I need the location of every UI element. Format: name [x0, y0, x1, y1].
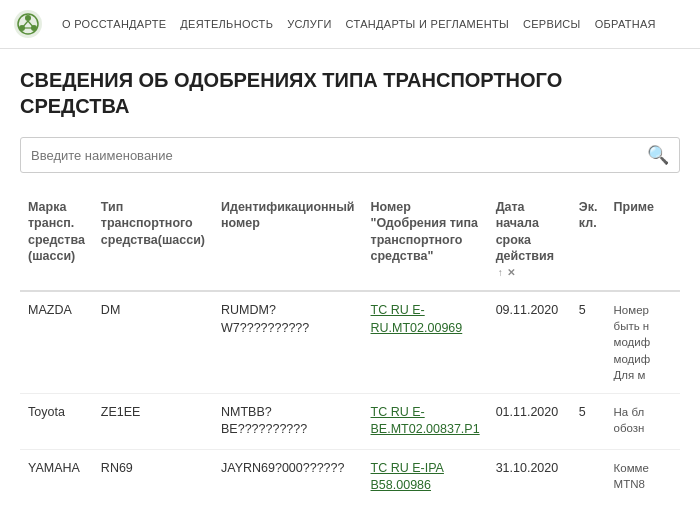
- cell-nomer: TC RU E-RU.MT02.00969: [363, 291, 488, 393]
- col-header-prim: Приме: [606, 193, 680, 291]
- col-header-marka: Марка трансп. средства (шасси): [20, 193, 93, 291]
- search-icon[interactable]: 🔍: [647, 144, 669, 166]
- page-content: СВЕДЕНИЯ ОБ ОДОБРЕНИЯХ ТИПА ТРАНСПОРТНОГ…: [0, 49, 700, 515]
- sort-arrow-icon[interactable]: ↑: [498, 267, 503, 278]
- cell-ek: 5: [571, 291, 606, 393]
- cell-data: 31.10.2020: [488, 449, 571, 505]
- nomer-link[interactable]: TC RU E-RU.MT02.00969: [371, 303, 463, 335]
- svg-point-2: [25, 15, 31, 21]
- nav-item-servisy[interactable]: СЕРВИСЫ: [523, 18, 581, 30]
- logo-icon: [12, 8, 44, 40]
- cell-ident: RUMDM?W7??????????: [213, 291, 363, 393]
- cell-nomer: TC RU E-BE.MT02.00837.P1: [363, 393, 488, 449]
- cell-data: 09.11.2020: [488, 291, 571, 393]
- cell-prim: Номер быть н модиф модиф Для м: [606, 291, 680, 393]
- nav-item-standarty[interactable]: СТАНДАРТЫ И РЕГЛАМЕНТЫ: [346, 18, 509, 30]
- cell-tip: ZE1EE: [93, 393, 213, 449]
- col-header-tip: Тип транспортного средства(шасси): [93, 193, 213, 291]
- cell-marka: Toyota: [20, 393, 93, 449]
- table-row: Toyota ZE1EE NMTBB?BE?????????? TC RU E-…: [20, 393, 680, 449]
- nav-item-rosstandart[interactable]: О РОССТАНДАРТЕ: [62, 18, 166, 30]
- results-table: Марка трансп. средства (шасси) Тип транс…: [20, 193, 680, 505]
- page-title: СВЕДЕНИЯ ОБ ОДОБРЕНИЯХ ТИПА ТРАНСПОРТНОГ…: [20, 67, 640, 119]
- table-row: MAZDA DM RUMDM?W7?????????? TC RU E-RU.M…: [20, 291, 680, 393]
- cell-ek: [571, 449, 606, 505]
- col-header-ident: Идентификационный номер: [213, 193, 363, 291]
- search-bar: 🔍: [20, 137, 680, 173]
- cell-prim: Комме MTN8: [606, 449, 680, 505]
- cell-ek: 5: [571, 393, 606, 449]
- col-header-nomer: Номер "Одобрения типа транспортного сред…: [363, 193, 488, 291]
- nav-item-deyatelnost[interactable]: ДЕЯТЕЛЬНОСТЬ: [180, 18, 273, 30]
- cell-data: 01.11.2020: [488, 393, 571, 449]
- nomer-link[interactable]: TC RU E-IPA B58.00986: [371, 461, 444, 493]
- col-header-ek: Эк. кл.: [571, 193, 606, 291]
- cell-marka: YAMAHA: [20, 449, 93, 505]
- table-row: YAMAHA RN69 JAYRN69?000?????? TC RU E-IP…: [20, 449, 680, 505]
- nav-menu: О РОССТАНДАРТЕ ДЕЯТЕЛЬНОСТЬ УСЛУГИ СТАНД…: [62, 18, 656, 30]
- results-table-wrapper: Марка трансп. средства (шасси) Тип транс…: [20, 193, 680, 505]
- cell-tip: DM: [93, 291, 213, 393]
- search-input[interactable]: [31, 148, 647, 163]
- cell-tip: RN69: [93, 449, 213, 505]
- cell-ident: JAYRN69?000??????: [213, 449, 363, 505]
- nav-item-uslugi[interactable]: УСЛУГИ: [287, 18, 331, 30]
- cell-marka: MAZDA: [20, 291, 93, 393]
- col-header-data: Дата начала срока действия ↑ ✕: [488, 193, 571, 291]
- clear-sort-icon[interactable]: ✕: [507, 267, 515, 278]
- cell-prim: На бл обозн: [606, 393, 680, 449]
- cell-ident: NMTBB?BE??????????: [213, 393, 363, 449]
- nomer-link[interactable]: TC RU E-BE.MT02.00837.P1: [371, 405, 480, 437]
- nav-item-obratnaya[interactable]: ОБРАТНАЯ: [595, 18, 656, 30]
- cell-nomer: TC RU E-IPA B58.00986: [363, 449, 488, 505]
- navbar: О РОССТАНДАРТЕ ДЕЯТЕЛЬНОСТЬ УСЛУГИ СТАНД…: [0, 0, 700, 49]
